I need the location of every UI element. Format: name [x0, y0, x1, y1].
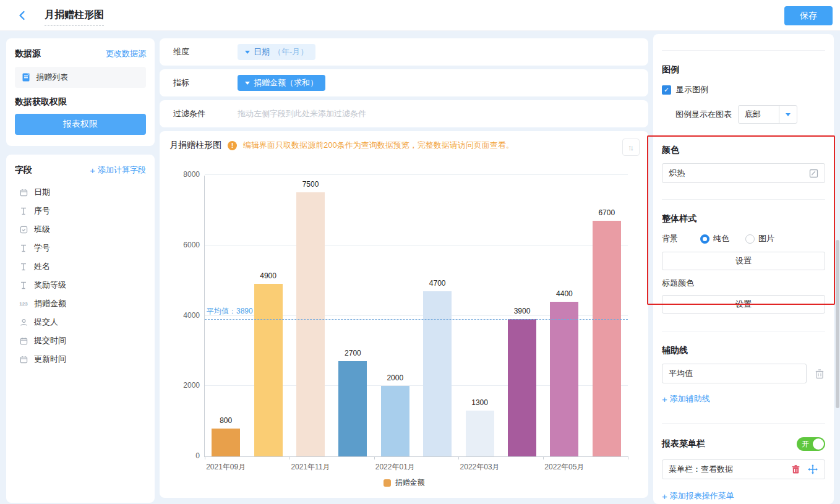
- field-item[interactable]: 日期: [15, 183, 146, 202]
- bar-value-label: 2700: [334, 349, 371, 357]
- gridline: [205, 245, 628, 246]
- divider: [662, 423, 825, 424]
- save-button[interactable]: 保存: [784, 6, 833, 25]
- radio-on-icon: [700, 234, 709, 244]
- bar-6700[interactable]: [593, 221, 621, 456]
- chart-title: 月捐赠柱形图: [169, 140, 221, 151]
- x-axis-label: 2022年05月: [544, 462, 584, 472]
- fields-title: 字段: [15, 164, 32, 176]
- back-button[interactable]: [16, 9, 28, 22]
- bar-value-label: 3900: [504, 307, 541, 315]
- dimension-pill[interactable]: 日期（年-月）: [238, 44, 315, 60]
- filter-placeholder: 拖动左侧字段到此处来添加过滤条件: [238, 108, 366, 119]
- legend-section-title: 图例: [662, 64, 825, 75]
- bg-image-radio[interactable]: 图片: [745, 233, 774, 244]
- auxline-name-input[interactable]: 平均值: [662, 364, 807, 383]
- edit-icon[interactable]: [809, 169, 818, 178]
- bar-4700[interactable]: [423, 291, 452, 456]
- bar-value-label: 4700: [419, 279, 456, 288]
- field-item[interactable]: 奖励等级: [15, 276, 146, 294]
- color-theme-input[interactable]: 炽热: [662, 163, 825, 183]
- bar-7500[interactable]: [296, 192, 325, 456]
- menu-toggle[interactable]: 开: [797, 437, 825, 451]
- page-title[interactable]: 月捐赠柱形图: [45, 9, 104, 26]
- field-label: 更新时间: [34, 354, 66, 365]
- filter-row[interactable]: 过滤条件 拖动左侧字段到此处来添加过滤条件: [160, 100, 648, 127]
- field-label: 学号: [34, 242, 50, 254]
- chart-warning-text: 编辑界面只取数据源前200条作为查询数据预览，完整数据请访问页面查看。: [243, 140, 514, 151]
- legend-position-select[interactable]: 底部: [738, 105, 797, 124]
- bar-800[interactable]: [212, 429, 240, 457]
- trash-icon: [791, 464, 800, 474]
- toggle-knob: [813, 438, 824, 450]
- bar-4900[interactable]: [254, 284, 283, 456]
- divider: [662, 331, 825, 331]
- datasource-title: 数据源: [15, 48, 41, 59]
- x-axis-tick: [458, 456, 459, 459]
- checkbox-checked-icon[interactable]: ✓: [662, 85, 671, 95]
- field-item[interactable]: 序号: [15, 202, 146, 220]
- bg-solid-radio[interactable]: 纯色: [700, 233, 729, 244]
- field-label: 姓名: [34, 261, 50, 272]
- bar-2000[interactable]: [381, 386, 409, 456]
- field-label: 序号: [34, 205, 50, 216]
- bar-4400[interactable]: [550, 302, 578, 456]
- fields-list: 日期序号班级学号姓名奖励等级123捐赠金额提交人提交时间更新时间: [15, 183, 146, 369]
- left-sidebar: 数据源 更改数据源 捐赠列表 数据获取权限 报表权限 字段 +添加计算字段 日期…: [6, 38, 155, 503]
- add-menu-link[interactable]: +添加报表操作菜单: [662, 490, 734, 502]
- field-label: 提交时间: [34, 335, 66, 346]
- background-label: 背景: [662, 233, 700, 244]
- sort-button[interactable]: ↑↓: [622, 139, 640, 156]
- style-section-title: 整体样式: [662, 213, 825, 224]
- delete-menu-item-button[interactable]: [790, 464, 801, 475]
- field-item[interactable]: 班级: [15, 220, 146, 239]
- add-auxline-link[interactable]: +添加辅助线: [662, 393, 710, 404]
- add-calc-field-link[interactable]: +添加计算字段: [90, 164, 146, 176]
- menu-item-row[interactable]: 菜单栏：查看数据: [662, 459, 825, 479]
- y-axis-label: 0: [195, 451, 200, 460]
- delete-auxline-button[interactable]: [814, 368, 825, 379]
- change-datasource-link[interactable]: 更改数据源: [106, 48, 146, 59]
- average-line-label: 平均值：3890: [207, 306, 253, 317]
- scrollbar-thumb[interactable]: [836, 240, 839, 408]
- bar-2700[interactable]: [338, 361, 367, 456]
- caret-down-icon: [245, 82, 250, 85]
- legend-position-label: 图例显示在图表: [675, 109, 732, 120]
- bar-1300[interactable]: [466, 411, 494, 456]
- background-set-button[interactable]: 设置: [662, 252, 825, 270]
- menu-item-label: 菜单栏：查看数据: [669, 464, 784, 475]
- calendar-icon: [19, 187, 28, 197]
- bar-chart-plot: 0200040006000800080049007500270020004700…: [204, 176, 628, 457]
- show-legend-checkbox-row[interactable]: ✓ 显示图例: [662, 84, 825, 95]
- field-item[interactable]: 123捐赠金额: [15, 294, 146, 313]
- divider: [662, 50, 825, 51]
- dimension-label: 维度: [173, 46, 238, 58]
- chevron-left-icon: [16, 9, 28, 22]
- legend-label: 捐赠金额: [395, 477, 425, 488]
- chart-legend[interactable]: 捐赠金额: [160, 477, 648, 488]
- document-icon: [21, 72, 31, 82]
- field-item[interactable]: 学号: [15, 239, 146, 257]
- y-axis-label: 8000: [183, 170, 200, 179]
- field-item[interactable]: 更新时间: [15, 350, 146, 369]
- move-icon: [808, 464, 818, 474]
- datasource-card: 数据源 更改数据源 捐赠列表 数据获取权限 报表权限: [6, 38, 155, 146]
- field-item[interactable]: 提交时间: [15, 331, 146, 350]
- select-icon: [19, 224, 28, 234]
- datasource-item[interactable]: 捐赠列表: [15, 67, 146, 88]
- move-menu-item-handle[interactable]: [807, 464, 818, 475]
- bar-value-label: 4400: [546, 289, 583, 298]
- metric-pill[interactable]: 捐赠金额（求和）: [238, 75, 325, 91]
- plus-icon: +: [662, 492, 667, 501]
- x-axis-label: 2021年09月: [206, 462, 246, 472]
- bar-3900[interactable]: [508, 319, 536, 456]
- field-item[interactable]: 提交人: [15, 313, 146, 331]
- gridline: [205, 174, 628, 175]
- report-editor: 月捐赠柱形图 保存 数据源 更改数据源 捐赠列表 数据获取权限 报表权限 字段 …: [0, 0, 840, 504]
- title-color-set-button[interactable]: 设置: [662, 295, 825, 314]
- field-item[interactable]: 姓名: [15, 257, 146, 276]
- datasource-item-label: 捐赠列表: [36, 72, 68, 83]
- report-permission-button[interactable]: 报表权限: [15, 114, 146, 135]
- metric-row: 指标 捐赠金额（求和）: [160, 69, 648, 96]
- show-legend-label: 显示图例: [676, 84, 708, 95]
